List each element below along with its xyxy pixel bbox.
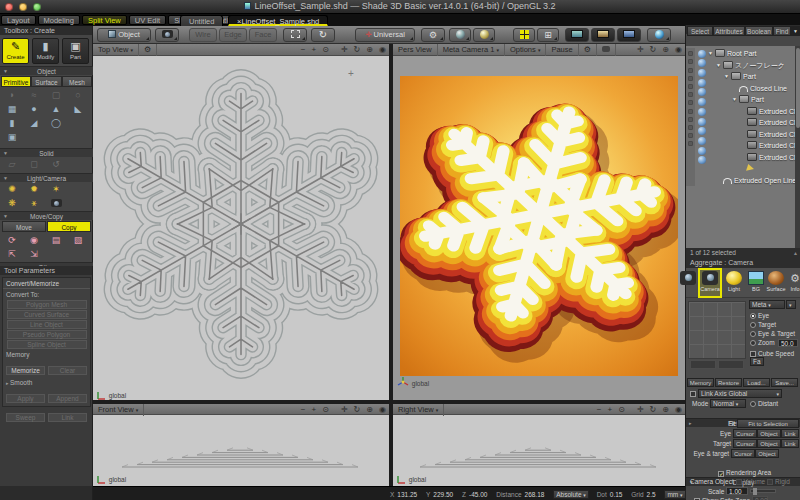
tree-item[interactable]: Extruded Closed [708, 152, 794, 164]
visibility-toggle[interactable] [698, 50, 706, 58]
render-view-icon[interactable]: ◉ [672, 404, 685, 415]
sphere-primitive-icon[interactable]: ● [24, 103, 44, 115]
tree-item[interactable]: Extruded Open Line [708, 175, 794, 187]
expander-icon[interactable]: ▼ [708, 48, 715, 60]
bulb-tool-button[interactable] [473, 28, 495, 42]
aggregate-camera-icon[interactable]: Camera [700, 270, 720, 296]
zoom-in-icon[interactable]: + [605, 404, 616, 415]
zoom-out-icon[interactable]: − [298, 44, 309, 55]
browser-tab-find[interactable]: Find [773, 26, 791, 36]
visibility-toggle[interactable] [698, 79, 706, 87]
aggregate-header[interactable]: Aggregate : Camera [686, 258, 800, 268]
magnify-icon[interactable]: ⊙ [319, 404, 332, 415]
smooth-label[interactable]: ▸ Smooth [3, 377, 90, 387]
tool-settings-button[interactable]: ⚙ [421, 28, 445, 42]
object-mode-button[interactable]: Object [97, 28, 151, 42]
display-wireframe-button[interactable] [565, 28, 589, 42]
wedge-primitive-icon[interactable]: ◣ [68, 103, 88, 115]
visibility-toggle[interactable] [698, 59, 706, 67]
oblique-primitive-icon[interactable]: ◢ [24, 117, 44, 129]
visibility-toggle[interactable] [698, 156, 706, 164]
convert-spline-object-button[interactable]: Spline Object [7, 340, 87, 349]
eyetarget-object-button[interactable]: Object [755, 449, 779, 458]
visibility-toggle[interactable] [698, 98, 706, 106]
camera-mode-button[interactable] [155, 28, 179, 42]
rendering-area-row[interactable]: ✓Rendering Area [686, 469, 800, 478]
viewport-settings-icon[interactable]: ⚙ [139, 44, 157, 56]
tree-item[interactable]: ▼Part [708, 94, 794, 106]
zoom-value-field[interactable]: 50.0 [778, 339, 798, 347]
visibility-toggle[interactable] [698, 69, 706, 77]
tab-layout[interactable]: Layout [1, 15, 36, 25]
zoom-region-icon[interactable]: ⊕ [659, 44, 672, 55]
fit-to-selection-button[interactable]: Fit to Selection [737, 419, 799, 428]
target-object-button[interactable]: Object [757, 439, 781, 448]
solid-union-icon[interactable]: ▱ [2, 158, 22, 170]
rotate-view-icon[interactable]: ↻ [647, 44, 660, 55]
memory-button[interactable]: Memory ▸ [687, 378, 714, 387]
scale-tool-icon[interactable]: ▤ [46, 234, 66, 246]
radio-eye-target[interactable]: Eye & Target [750, 330, 795, 337]
target-cursor-button[interactable]: Cursor [733, 439, 757, 448]
rotate-view-icon[interactable]: ↻ [351, 404, 364, 415]
smooth-apply-button[interactable]: Apply [6, 394, 45, 403]
disc-tool-icon[interactable]: ◗ [2, 89, 22, 101]
tab-primitive[interactable]: Primitive [1, 76, 31, 87]
tree-item[interactable]: Extruded Closed [708, 140, 794, 152]
rect-tool-icon[interactable]: ▢ [46, 89, 66, 101]
object-section-header[interactable]: ▼Object [0, 66, 93, 75]
browser-tab-attributes[interactable]: Attributes [713, 26, 745, 36]
magnify-icon[interactable]: ⊙ [615, 404, 628, 415]
rotate-tool-icon[interactable]: ◉ [24, 234, 44, 246]
thumb-button-1[interactable] [690, 360, 716, 369]
target-link-button[interactable]: Link [781, 439, 799, 448]
aggregate-info-icon[interactable]: ⚙Info [785, 270, 800, 296]
expander-icon[interactable]: ▼ [716, 60, 723, 72]
grid-toggle-button[interactable]: ⊞ [537, 28, 559, 42]
tree-scrollbar[interactable] [795, 46, 800, 248]
memorize-button[interactable]: Memorize [6, 366, 45, 375]
cylinder-primitive-icon[interactable]: ▮ [2, 117, 22, 129]
unit-dropdown[interactable]: mm ▾ [664, 490, 685, 499]
comment-icon[interactable] [597, 44, 616, 56]
eyetarget-cursor-button[interactable]: Cursor [731, 449, 755, 458]
tab-modeling[interactable]: Modeling [38, 15, 80, 25]
cone-primitive-icon[interactable]: ▲ [46, 103, 66, 115]
area-light-icon[interactable]: ❋ [2, 197, 22, 209]
pan-view-icon[interactable]: ✛ [634, 44, 647, 55]
thumb-button-2[interactable] [718, 360, 744, 369]
cube-speed-dropdown[interactable]: Fa [750, 357, 764, 366]
zoom-region-icon[interactable]: ⊕ [363, 44, 376, 55]
top-view-title[interactable]: Top View ▾ [93, 44, 139, 56]
safe-zone-row[interactable]: Show Safe Zone 0.90 [686, 496, 800, 500]
options-menu[interactable]: Options ▾ [505, 44, 546, 56]
visibility-toggle[interactable] [698, 127, 706, 135]
scale-field[interactable]: 1.00 [726, 487, 748, 495]
safe-zone-field[interactable]: 0.90 [752, 496, 768, 500]
tree-item[interactable]: Closed Line [708, 83, 794, 95]
torus-primitive-icon[interactable]: ◯ [46, 117, 66, 129]
spot-light-icon[interactable]: ✹ [24, 183, 44, 195]
right-viewport[interactable]: Right View ▾ ◉ ⊕ ↻ ✛ ⊙ + − global [393, 404, 685, 486]
part-mode-button[interactable]: ▣Part [62, 38, 89, 64]
display-textured-button[interactable] [617, 28, 641, 42]
pan-view-icon[interactable]: ✛ [634, 404, 647, 415]
browser-tab-boolean[interactable]: Boolean [745, 26, 773, 36]
visibility-toggle[interactable] [698, 147, 706, 155]
visibility-toggle[interactable] [698, 137, 706, 145]
prev-aggregate-icon[interactable] [678, 270, 698, 296]
zoom-out-icon[interactable]: − [298, 404, 309, 415]
aggregate-bg-icon[interactable]: BG [746, 270, 766, 296]
camera-path-thumbnail[interactable] [688, 301, 746, 359]
sphere-tool-button[interactable] [449, 28, 471, 42]
point-light-icon[interactable]: ✺ [2, 183, 22, 195]
wire-mode-button[interactable]: Wire [189, 28, 217, 42]
top-viewport[interactable]: Top View ▾ ⚙ ◉ ⊕ ↻ ✛ ⊙ + − + global [93, 44, 389, 402]
rotate-select-button[interactable]: ↻ [311, 28, 335, 42]
visibility-toggle[interactable] [698, 118, 706, 126]
mode-dropdown[interactable]: Normal ▾ [710, 399, 746, 408]
right-view-canvas-area[interactable]: global [393, 415, 685, 486]
zoom-out-icon[interactable]: − [594, 404, 605, 415]
render-view-icon[interactable]: ◉ [376, 404, 389, 415]
curve-tool-icon[interactable]: ≈ [24, 89, 44, 101]
